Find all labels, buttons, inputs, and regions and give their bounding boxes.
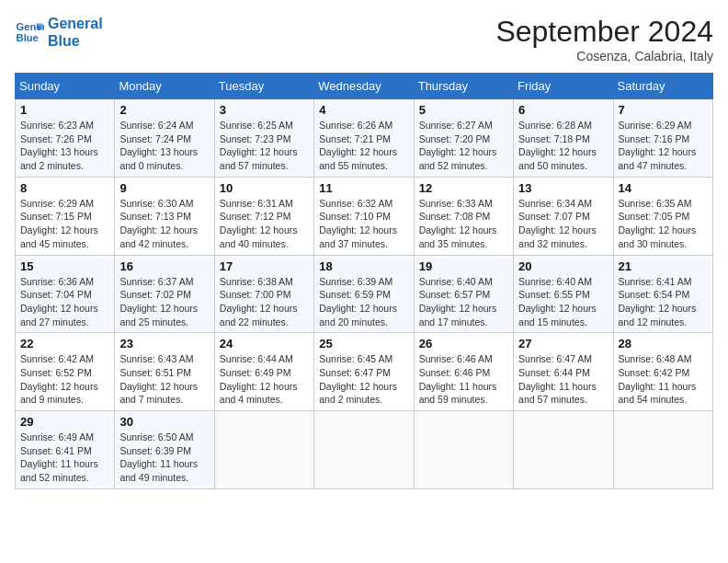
day-number: 5	[419, 103, 508, 117]
cell-info: Sunrise: 6:44 AMSunset: 6:49 PMDaylight:…	[220, 352, 309, 407]
svg-text:Blue: Blue	[17, 32, 39, 43]
day-number: 6	[518, 103, 608, 117]
calendar-cell	[613, 411, 712, 489]
calendar-cell: 20Sunrise: 6:40 AMSunset: 6:55 PMDayligh…	[514, 255, 613, 333]
cell-info: Sunrise: 6:45 AMSunset: 6:47 PMDaylight:…	[319, 352, 408, 407]
weekday-header-thursday: Thursday	[414, 74, 513, 99]
cell-info: Sunrise: 6:38 AMSunset: 7:00 PMDaylight:…	[220, 275, 309, 329]
calendar-cell: 17Sunrise: 6:38 AMSunset: 7:00 PMDayligh…	[214, 255, 313, 333]
cell-info: Sunrise: 6:50 AMSunset: 6:39 PMDaylight:…	[119, 431, 209, 485]
calendar-cell: 11Sunrise: 6:32 AMSunset: 7:10 PMDayligh…	[314, 177, 414, 255]
day-number: 15	[20, 259, 109, 273]
calendar-cell: 13Sunrise: 6:34 AMSunset: 7:07 PMDayligh…	[514, 177, 613, 255]
day-number: 16	[119, 259, 209, 273]
calendar-body: 1Sunrise: 6:23 AMSunset: 7:26 PMDaylight…	[16, 99, 713, 489]
cell-info: Sunrise: 6:46 AMSunset: 6:46 PMDaylight:…	[419, 352, 508, 407]
calendar-cell: 23Sunrise: 6:43 AMSunset: 6:51 PMDayligh…	[115, 333, 214, 411]
calendar-cell: 4Sunrise: 6:26 AMSunset: 7:21 PMDaylight…	[314, 99, 414, 178]
calendar-cell: 2Sunrise: 6:24 AMSunset: 7:24 PMDaylight…	[115, 99, 214, 178]
cell-info: Sunrise: 6:32 AMSunset: 7:10 PMDaylight:…	[319, 197, 408, 251]
day-number: 17	[220, 259, 309, 273]
cell-info: Sunrise: 6:43 AMSunset: 6:51 PMDaylight:…	[119, 352, 209, 407]
cell-info: Sunrise: 6:42 AMSunset: 6:52 PMDaylight:…	[20, 352, 109, 407]
calendar-header-row: SundayMondayTuesdayWednesdayThursdayFrid…	[16, 74, 713, 99]
day-number: 12	[419, 181, 508, 195]
page-header: General Blue General Blue September 2024…	[15, 15, 713, 63]
calendar-cell: 15Sunrise: 6:36 AMSunset: 7:04 PMDayligh…	[16, 255, 115, 333]
day-number: 1	[20, 103, 109, 117]
cell-info: Sunrise: 6:37 AMSunset: 7:02 PMDaylight:…	[119, 275, 209, 329]
month-title: September 2024	[495, 15, 713, 49]
weekday-header-sunday: Sunday	[16, 74, 115, 99]
calendar-cell	[414, 411, 513, 489]
day-number: 19	[419, 259, 508, 273]
weekday-header-tuesday: Tuesday	[214, 74, 313, 99]
calendar-cell: 5Sunrise: 6:27 AMSunset: 7:20 PMDaylight…	[414, 99, 513, 178]
location: Cosenza, Calabria, Italy	[495, 49, 713, 63]
day-number: 4	[319, 103, 408, 117]
title-block: September 2024 Cosenza, Calabria, Italy	[495, 15, 713, 63]
cell-info: Sunrise: 6:24 AMSunset: 7:24 PMDaylight:…	[119, 119, 209, 173]
day-number: 20	[518, 259, 608, 273]
cell-info: Sunrise: 6:30 AMSunset: 7:13 PMDaylight:…	[119, 197, 209, 251]
calendar-table: SundayMondayTuesdayWednesdayThursdayFrid…	[15, 73, 713, 489]
calendar-cell: 26Sunrise: 6:46 AMSunset: 6:46 PMDayligh…	[414, 333, 513, 411]
calendar-cell: 9Sunrise: 6:30 AMSunset: 7:13 PMDaylight…	[115, 177, 214, 255]
weekday-header-friday: Friday	[514, 74, 613, 99]
calendar-week-row: 1Sunrise: 6:23 AMSunset: 7:26 PMDaylight…	[16, 99, 713, 178]
cell-info: Sunrise: 6:40 AMSunset: 6:57 PMDaylight:…	[419, 275, 508, 329]
calendar-cell: 29Sunrise: 6:49 AMSunset: 6:41 PMDayligh…	[16, 411, 115, 489]
calendar-cell	[214, 411, 313, 489]
cell-info: Sunrise: 6:39 AMSunset: 6:59 PMDaylight:…	[319, 275, 408, 329]
day-number: 13	[518, 181, 608, 195]
calendar-cell: 28Sunrise: 6:48 AMSunset: 6:42 PMDayligh…	[613, 333, 712, 411]
cell-info: Sunrise: 6:31 AMSunset: 7:12 PMDaylight:…	[220, 197, 309, 251]
cell-info: Sunrise: 6:34 AMSunset: 7:07 PMDaylight:…	[518, 197, 608, 251]
calendar-cell: 22Sunrise: 6:42 AMSunset: 6:52 PMDayligh…	[16, 333, 115, 411]
day-number: 10	[220, 181, 309, 195]
cell-info: Sunrise: 6:23 AMSunset: 7:26 PMDaylight:…	[20, 119, 109, 173]
calendar-week-row: 8Sunrise: 6:29 AMSunset: 7:15 PMDaylight…	[16, 177, 713, 255]
day-number: 22	[20, 337, 109, 350]
calendar-cell: 21Sunrise: 6:41 AMSunset: 6:54 PMDayligh…	[613, 255, 712, 333]
cell-info: Sunrise: 6:33 AMSunset: 7:08 PMDaylight:…	[419, 197, 508, 251]
cell-info: Sunrise: 6:35 AMSunset: 7:05 PMDaylight:…	[619, 197, 708, 251]
logo-icon: General Blue	[15, 17, 44, 47]
day-number: 2	[119, 103, 209, 117]
cell-info: Sunrise: 6:36 AMSunset: 7:04 PMDaylight:…	[20, 275, 109, 329]
calendar-week-row: 29Sunrise: 6:49 AMSunset: 6:41 PMDayligh…	[16, 411, 713, 489]
logo: General Blue General Blue	[15, 15, 103, 50]
cell-info: Sunrise: 6:29 AMSunset: 7:16 PMDaylight:…	[619, 119, 708, 173]
calendar-cell: 16Sunrise: 6:37 AMSunset: 7:02 PMDayligh…	[115, 255, 214, 333]
day-number: 9	[119, 181, 209, 195]
weekday-header-monday: Monday	[115, 74, 214, 99]
calendar-cell: 3Sunrise: 6:25 AMSunset: 7:23 PMDaylight…	[214, 99, 313, 178]
day-number: 8	[20, 181, 109, 195]
calendar-cell: 14Sunrise: 6:35 AMSunset: 7:05 PMDayligh…	[613, 177, 712, 255]
day-number: 7	[619, 103, 708, 117]
day-number: 27	[518, 337, 608, 350]
cell-info: Sunrise: 6:41 AMSunset: 6:54 PMDaylight:…	[619, 275, 708, 329]
day-number: 21	[619, 259, 708, 273]
calendar-week-row: 22Sunrise: 6:42 AMSunset: 6:52 PMDayligh…	[16, 333, 713, 411]
calendar-cell: 1Sunrise: 6:23 AMSunset: 7:26 PMDaylight…	[16, 99, 115, 178]
cell-info: Sunrise: 6:48 AMSunset: 6:42 PMDaylight:…	[619, 352, 708, 407]
calendar-cell	[314, 411, 414, 489]
cell-info: Sunrise: 6:28 AMSunset: 7:18 PMDaylight:…	[518, 119, 608, 173]
calendar-cell: 10Sunrise: 6:31 AMSunset: 7:12 PMDayligh…	[214, 177, 313, 255]
cell-info: Sunrise: 6:29 AMSunset: 7:15 PMDaylight:…	[20, 197, 109, 251]
cell-info: Sunrise: 6:47 AMSunset: 6:44 PMDaylight:…	[518, 352, 608, 407]
day-number: 11	[319, 181, 408, 195]
day-number: 25	[319, 337, 408, 350]
cell-info: Sunrise: 6:25 AMSunset: 7:23 PMDaylight:…	[220, 119, 309, 173]
day-number: 30	[119, 415, 209, 429]
calendar-cell: 6Sunrise: 6:28 AMSunset: 7:18 PMDaylight…	[514, 99, 613, 178]
calendar-cell: 18Sunrise: 6:39 AMSunset: 6:59 PMDayligh…	[314, 255, 414, 333]
day-number: 24	[220, 337, 309, 350]
day-number: 23	[119, 337, 209, 350]
weekday-header-saturday: Saturday	[613, 74, 712, 99]
cell-info: Sunrise: 6:26 AMSunset: 7:21 PMDaylight:…	[319, 119, 408, 173]
day-number: 28	[619, 337, 708, 350]
calendar-week-row: 15Sunrise: 6:36 AMSunset: 7:04 PMDayligh…	[16, 255, 713, 333]
day-number: 3	[220, 103, 309, 117]
